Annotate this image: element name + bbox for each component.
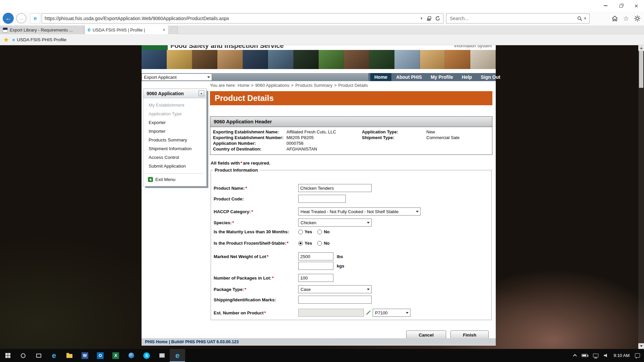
forward-button[interactable]: → — [16, 13, 26, 23]
nav-home[interactable]: Home — [370, 73, 391, 81]
restore-button[interactable] — [613, 0, 629, 11]
net-weight-kgs-input[interactable] — [298, 262, 333, 270]
exit-menu-label: Exit Menu — [155, 177, 175, 182]
edit-pencil-icon[interactable] — [366, 310, 371, 315]
search-box[interactable]: ▼ — [446, 13, 590, 23]
nav-sign-out[interactable]: Sign Out — [477, 73, 504, 81]
breadcrumb-products-summary[interactable]: Products Summary — [295, 83, 332, 88]
net-weight-kgs-row: kgs — [214, 262, 489, 270]
product-code-input[interactable] — [298, 195, 346, 203]
required-note-pre: All fields with — [211, 161, 240, 166]
breadcrumb-prefix: You are here: — [210, 83, 236, 88]
maturity-no-label[interactable]: No — [324, 229, 329, 234]
dropdown-caret-icon — [365, 222, 371, 224]
banner-photo — [420, 50, 445, 69]
breadcrumb-home[interactable]: Home — [238, 83, 250, 88]
kgs-unit-label: kgs — [337, 263, 344, 268]
nav-about-phis[interactable]: About PHIS — [392, 73, 426, 81]
net-weight-lbs-input[interactable] — [298, 252, 333, 260]
packages-input[interactable] — [298, 274, 333, 282]
haccp-select[interactable]: Heat Treated - Not Fully Cooked - Not Sh… — [298, 207, 421, 216]
sidebar-item-importer[interactable]: Importer — [143, 127, 206, 136]
lock-icon — [427, 16, 431, 21]
taskbar-file-explorer[interactable] — [62, 349, 77, 362]
nav-help[interactable]: Help — [458, 73, 476, 81]
back-button[interactable]: ← — [3, 13, 14, 24]
package-type-select[interactable]: Case — [298, 285, 372, 293]
battery-icon[interactable] — [582, 354, 588, 357]
taskbar-browser-globe[interactable] — [123, 349, 139, 362]
footer-phis-home-link[interactable]: PHIS Home — [145, 340, 167, 344]
est-number-select[interactable]: P7100 — [373, 309, 411, 317]
cortana-button[interactable] — [15, 349, 31, 362]
sidebar-9060: 9060 Application ▲ My Establishment Appl… — [143, 88, 207, 186]
browser-toolbar: ☆ — [611, 13, 641, 23]
breadcrumb-9060-applications[interactable]: 9060 Applications — [255, 83, 289, 88]
net-weight-label: Marked Net Weight of Lot* — [214, 254, 298, 259]
start-button[interactable] — [0, 349, 15, 362]
search-input[interactable] — [449, 15, 577, 21]
favorites-icon[interactable]: ☆ — [623, 15, 629, 22]
taskbar-skype[interactable]: S — [139, 349, 154, 362]
sidebar-item-submit-application[interactable]: Submit Application — [143, 162, 206, 171]
sidebar-item-exporter[interactable]: Exporter — [143, 118, 206, 127]
refresh-icon[interactable] — [435, 16, 440, 21]
scroll-down-button[interactable] — [638, 343, 644, 349]
close-button[interactable]: × — [629, 0, 644, 11]
taskbar-ie-active[interactable]: e — [170, 349, 185, 362]
network-icon[interactable] — [593, 354, 598, 357]
action-center-icon[interactable] — [635, 353, 640, 358]
minimize-button[interactable] — [598, 0, 613, 11]
taskbar-ie[interactable]: e — [46, 349, 62, 362]
tab-export-library[interactable]: Export Library - Requirements ... — [0, 25, 84, 34]
usda-favicon — [3, 27, 8, 33]
search-button[interactable]: ▼ — [577, 16, 587, 21]
frozen-label: Is the Product Frozen/Shelf-Stable:* — [214, 241, 298, 246]
product-name-input[interactable] — [298, 184, 372, 192]
collapse-button[interactable]: ▲ — [199, 90, 204, 96]
home-icon[interactable] — [611, 15, 618, 22]
url-text[interactable]: https://phisuat.fsis.usda.gov/ExportAppl… — [45, 16, 420, 21]
maturity-yes-radio[interactable] — [298, 230, 303, 234]
vertical-scrollbar[interactable] — [638, 45, 644, 349]
taskbar-excel[interactable]: X — [108, 349, 123, 362]
tab-close-icon[interactable]: × — [163, 27, 165, 32]
maturity-yes-label[interactable]: Yes — [305, 229, 312, 234]
role-select[interactable]: Export Applicant — [142, 73, 212, 81]
url-dropdown-caret-icon[interactable]: ▼ — [420, 17, 423, 20]
url-bar[interactable]: https://phisuat.fsis.usda.gov/ExportAppl… — [42, 13, 443, 23]
task-view-button[interactable] — [31, 349, 46, 362]
favorite-link-phis[interactable]: e USDA FSIS PHIS Profile — [12, 37, 66, 42]
frozen-no-radio[interactable] — [317, 241, 322, 246]
sidebar-item-access-control[interactable]: Access Control — [143, 153, 206, 162]
favorite-icon: e — [12, 38, 15, 42]
sidebar-exit-menu[interactable]: Exit Menu — [143, 176, 206, 185]
favorites-star-icon[interactable]: ★ — [3, 37, 9, 43]
info-value: Commercial Sale — [426, 135, 460, 140]
taskbar-clock[interactable]: 9:10 AM — [613, 353, 630, 358]
new-tab-button[interactable] — [170, 26, 178, 34]
ie-favicon: e — [88, 27, 91, 33]
tab-phis-profile[interactable]: e USDA FSIS PHIS | Profile | × — [85, 25, 168, 34]
taskbar-word[interactable]: W — [77, 349, 93, 362]
species-select[interactable]: Chicken — [298, 219, 372, 227]
maturity-no-radio[interactable] — [317, 230, 322, 234]
frozen-no-label[interactable]: No — [324, 241, 329, 246]
shipping-marks-input[interactable] — [298, 296, 372, 304]
gear-icon[interactable] — [634, 15, 641, 22]
footer-build-info: | Build# PHIS PHIS UAT 6.03.00.123 — [169, 340, 238, 344]
taskbar-app[interactable] — [154, 349, 170, 362]
frozen-yes-radio[interactable] — [298, 241, 303, 246]
back-arrow-icon: ← — [5, 15, 11, 22]
nav-my-profile[interactable]: My Profile — [427, 73, 457, 81]
sidebar-item-shipment-information[interactable]: Shipment Information — [143, 144, 206, 153]
scroll-up-button[interactable] — [638, 45, 644, 51]
sidebar-item-products-summary[interactable]: Products Summary — [143, 136, 206, 144]
hidden-icons-chevron[interactable] — [573, 354, 577, 358]
volume-icon[interactable] — [604, 353, 608, 358]
banner-photo — [344, 50, 369, 69]
taskbar-outlook[interactable]: O — [93, 349, 108, 362]
scrollbar-thumb[interactable] — [639, 51, 643, 88]
taskbar: e W O X S e 9:10 AM — [0, 349, 644, 362]
frozen-yes-label[interactable]: Yes — [305, 241, 312, 246]
